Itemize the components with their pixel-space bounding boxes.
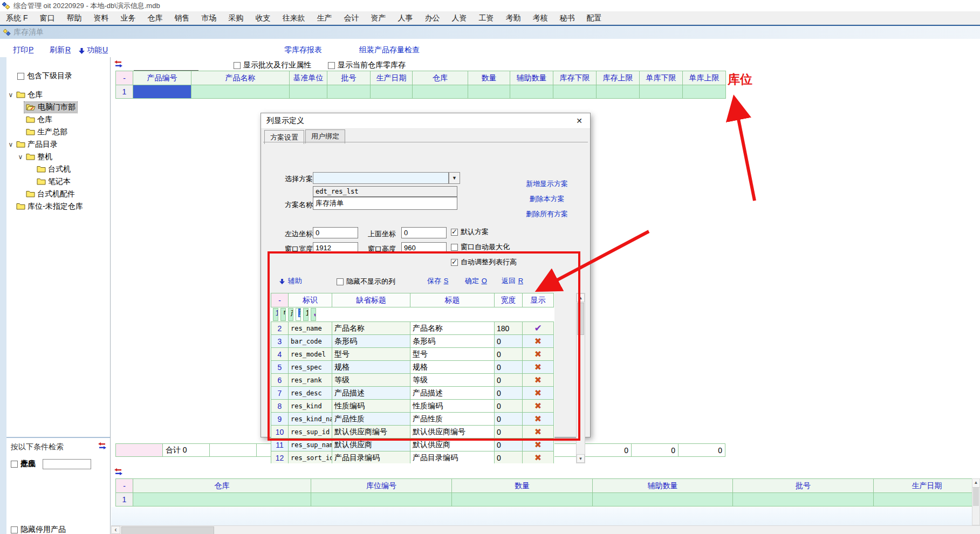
visible-cell[interactable]: ✖: [523, 335, 554, 348]
scrollbar-thumb[interactable]: [121, 526, 214, 534]
width-cell[interactable]: 0: [495, 426, 523, 439]
grid-cell[interactable]: [640, 85, 683, 99]
visible-cell[interactable]: ✖: [523, 439, 554, 451]
zero-stock-report-link[interactable]: 零库存报表: [284, 45, 322, 55]
condition-textbox[interactable]: [43, 459, 91, 469]
width-cell[interactable]: 0: [495, 348, 523, 361]
column-header[interactable]: 显示: [523, 293, 554, 307]
width-cell[interactable]: 0: [495, 335, 523, 348]
menu-item[interactable]: 往来款: [276, 11, 311, 24]
width-cell[interactable]: 0: [495, 361, 523, 374]
tree-item[interactable]: 库位-未指定仓库: [6, 200, 110, 213]
tree-item[interactable]: 电脑门市部: [6, 101, 110, 113]
column-header[interactable]: 宽度: [495, 293, 523, 307]
width-cell[interactable]: 0: [495, 451, 523, 464]
menu-item[interactable]: 采购: [222, 11, 249, 24]
column-definition-row[interactable]: 3 bar_code 条形码 条形码 0 ✖: [271, 335, 554, 348]
grid-cell[interactable]: [371, 85, 413, 99]
chevron-down-icon[interactable]: ∨: [17, 153, 24, 161]
default-title-cell[interactable]: 规格: [332, 361, 410, 374]
field-id-cell[interactable]: res_spec: [289, 361, 332, 374]
row-number-cell[interactable]: 2: [271, 322, 289, 335]
tree-item[interactable]: ∨ 产品目录: [6, 138, 110, 150]
menu-item[interactable]: 业务: [114, 11, 141, 24]
visible-cell[interactable]: ✔: [523, 322, 554, 335]
menu-item[interactable]: 考核: [526, 11, 553, 24]
visible-cell[interactable]: ✖: [523, 451, 554, 464]
hide-columns-checkbox[interactable]: [337, 278, 344, 285]
left-coord-input[interactable]: 0: [313, 227, 358, 238]
column-header[interactable]: 基准单位: [290, 71, 327, 85]
menu-item[interactable]: 人资: [446, 11, 472, 24]
column-header[interactable]: 辅助数量: [510, 71, 553, 85]
visible-cell[interactable]: ✖: [523, 374, 554, 387]
row-number-cell[interactable]: 4: [271, 348, 289, 361]
title-cell[interactable]: 默认供应商: [410, 439, 495, 451]
hide-disabled-checkbox[interactable]: [11, 526, 18, 533]
row-number-cell[interactable]: 10: [271, 426, 289, 439]
menu-item[interactable]: 考勤: [499, 11, 526, 24]
column-header[interactable]: 库存上限: [597, 71, 640, 85]
visible-cell[interactable]: ✖: [523, 413, 554, 426]
column-definition-row[interactable]: 9 res_kind_name 产品性质 产品性质 0 ✖: [271, 413, 554, 426]
visible-cell[interactable]: ✖: [523, 426, 554, 439]
dropdown-arrow-icon[interactable]: ▼: [449, 172, 460, 184]
plan-action-link[interactable]: 删除所有方案: [512, 207, 581, 222]
title-cell[interactable]: 产品性质: [410, 413, 495, 426]
column-definition-row[interactable]: 11 res_sup_name 默认供应商 默认供应商 0 ✖: [271, 439, 554, 451]
show-batch-checkbox[interactable]: [234, 62, 241, 69]
table-scrollbar[interactable]: ▲ ▼: [576, 293, 585, 463]
ok-button[interactable]: 确定 O: [465, 276, 487, 286]
default-title-cell[interactable]: 条形码: [332, 335, 410, 348]
select-plan-combo[interactable]: [313, 172, 449, 184]
plan-action-link[interactable]: 新增显示方案: [512, 176, 581, 191]
column-resize-icon[interactable]: [114, 468, 122, 477]
column-definition-row[interactable]: 1 res_id 产品编号 产品编号 100 ✔: [271, 307, 289, 321]
column-header[interactable]: 辅助数量: [593, 479, 733, 493]
visible-cell[interactable]: ✖: [523, 400, 554, 413]
plan-name-input[interactable]: 库存清单: [313, 197, 457, 210]
menu-item[interactable]: 工资: [472, 11, 499, 24]
tree-item[interactable]: 仓库: [6, 113, 110, 126]
option-checkbox[interactable]: [451, 244, 458, 251]
field-id-cell[interactable]: res_name: [289, 322, 332, 335]
menu-item[interactable]: 会计: [338, 11, 365, 24]
default-title-cell[interactable]: 默认供应商编号: [332, 426, 410, 439]
title-cell[interactable]: 默认供应商编号: [410, 426, 495, 439]
menu-item[interactable]: 收支: [249, 11, 276, 24]
field-id-cell[interactable]: res_sup_name: [289, 439, 332, 451]
column-definition-row[interactable]: 6 res_rank 等级 等级 0 ✖: [271, 374, 554, 387]
include-subdir-checkbox[interactable]: [17, 73, 24, 80]
grid-cell[interactable]: [311, 493, 452, 506]
grid-cell[interactable]: [133, 85, 191, 99]
chevron-down-icon[interactable]: ∨: [7, 91, 15, 99]
column-resize-icon[interactable]: [114, 60, 122, 69]
row-number-cell[interactable]: 5: [271, 361, 289, 374]
title-cell[interactable]: 等级: [410, 374, 495, 387]
horizontal-scrollbar[interactable]: ‹: [111, 525, 980, 534]
column-header[interactable]: 生产日期: [371, 71, 413, 85]
column-definition-row[interactable]: 8 res_kind 性质编码 性质编码 0 ✖: [271, 400, 554, 413]
chevron-down-icon[interactable]: ∨: [7, 141, 15, 148]
inline-edit-field[interactable]: [134, 61, 198, 71]
row-number-cell[interactable]: 1: [116, 85, 133, 99]
column-definition-row[interactable]: 12 res_sort_id 产品目录编码 产品目录编码 0 ✖: [271, 451, 554, 464]
grid-cell[interactable]: [133, 493, 311, 506]
field-id-cell[interactable]: res_kind: [289, 400, 332, 413]
row-number-cell[interactable]: 8: [271, 400, 289, 413]
print-button[interactable]: 打印P: [13, 45, 33, 55]
field-id-cell[interactable]: res_desc: [289, 387, 332, 400]
field-id-cell[interactable]: res_kind_name: [289, 413, 332, 426]
scroll-up-icon[interactable]: ▲: [972, 479, 979, 488]
title-cell[interactable]: 性质编码: [410, 400, 495, 413]
column-header[interactable]: -: [271, 293, 289, 307]
visible-cell[interactable]: ✔: [311, 308, 316, 321]
title-cell[interactable]: 型号: [410, 348, 495, 361]
grid-cell[interactable]: [191, 85, 290, 99]
column-header[interactable]: 标题: [410, 293, 495, 307]
tree-item[interactable]: ∨ 整机: [6, 150, 110, 163]
window-width-input[interactable]: 1912: [313, 242, 358, 254]
column-header[interactable]: 库位编号: [311, 479, 452, 493]
refresh-button[interactable]: 刷新R: [50, 45, 71, 55]
column-header[interactable]: -: [116, 71, 133, 85]
